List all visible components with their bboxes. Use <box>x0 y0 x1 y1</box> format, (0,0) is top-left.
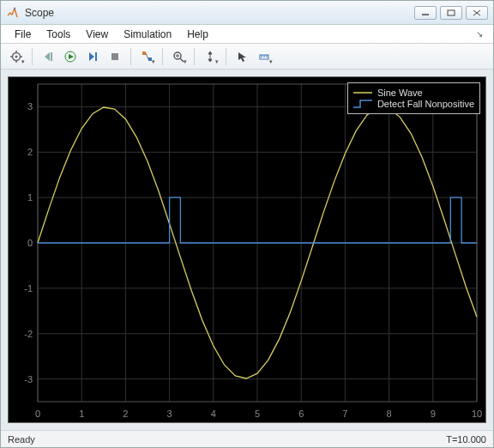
plot-area: 012345678910-3-2-10123 Sine Wave Detect … <box>1 70 493 430</box>
svg-marker-28 <box>238 52 246 62</box>
svg-rect-17 <box>111 53 118 60</box>
highlight-button[interactable]: ▾ <box>136 46 157 67</box>
menu-overflow-icon[interactable]: ↘ <box>473 29 486 39</box>
svg-text:9: 9 <box>431 409 436 419</box>
legend[interactable]: Sine Wave Detect Fall Nonpositive <box>347 82 480 114</box>
svg-marker-11 <box>45 52 50 61</box>
plot-canvas: 012345678910-3-2-10123 <box>9 77 485 422</box>
step-forward-button[interactable] <box>82 46 103 67</box>
config-button[interactable]: ▾ <box>6 46 27 67</box>
zoom-button[interactable]: ▾ <box>168 46 189 67</box>
step-forward-icon <box>87 51 99 63</box>
plot-frame[interactable]: 012345678910-3-2-10123 Sine Wave Detect … <box>8 76 486 423</box>
menubar: File Tools View Simulation Help ↘ <box>1 25 493 44</box>
svg-text:0: 0 <box>35 409 40 419</box>
svg-point-0 <box>14 8 15 9</box>
status-text: Ready <box>8 434 35 445</box>
menu-help[interactable]: Help <box>180 27 215 42</box>
status-time: T=10.000 <box>446 434 486 445</box>
svg-marker-14 <box>69 54 74 59</box>
legend-label: Sine Wave <box>377 88 423 98</box>
minimize-button[interactable] <box>414 6 437 20</box>
autoscale-button[interactable]: ▾ <box>200 46 220 67</box>
svg-marker-26 <box>208 51 212 54</box>
scale-axes-button[interactable] <box>232 46 252 67</box>
svg-text:4: 4 <box>211 409 216 419</box>
svg-line-20 <box>146 53 148 59</box>
toolbar-separator <box>162 48 163 65</box>
toolbar: ▾ ▾ ▾ ▾ <box>1 44 493 70</box>
svg-text:3: 3 <box>167 409 172 419</box>
menu-file[interactable]: File <box>8 27 38 42</box>
svg-rect-19 <box>148 58 152 61</box>
toolbar-separator <box>130 48 131 65</box>
svg-text:3: 3 <box>27 101 33 112</box>
svg-text:2: 2 <box>27 147 33 157</box>
legend-swatch-icon <box>353 100 372 108</box>
svg-text:-2: -2 <box>24 329 33 339</box>
svg-text:0: 0 <box>27 238 33 248</box>
titlebar: Scope <box>1 1 493 25</box>
cursor-icon <box>236 51 248 63</box>
legend-swatch-icon <box>353 88 372 97</box>
window-title: Scope <box>25 7 414 19</box>
legend-label: Detect Fall Nonpositive <box>377 99 474 109</box>
svg-rect-18 <box>142 51 146 55</box>
svg-marker-15 <box>89 52 94 61</box>
maximize-button[interactable] <box>440 6 462 20</box>
window-buttons <box>414 6 488 20</box>
svg-text:6: 6 <box>298 409 304 419</box>
legend-item-sine: Sine Wave <box>353 88 474 98</box>
play-icon <box>64 51 76 63</box>
svg-point-6 <box>15 55 18 58</box>
svg-marker-27 <box>208 59 212 62</box>
run-button[interactable] <box>60 46 81 67</box>
svg-text:-1: -1 <box>24 283 33 294</box>
measurements-button[interactable]: ▾ <box>254 46 274 67</box>
menu-simulation[interactable]: Simulation <box>117 27 178 42</box>
menu-view[interactable]: View <box>79 27 115 42</box>
stop-icon <box>109 51 121 63</box>
svg-text:2: 2 <box>123 409 128 419</box>
legend-item-detect: Detect Fall Nonpositive <box>353 99 474 109</box>
svg-text:8: 8 <box>387 409 392 419</box>
toolbar-separator <box>226 48 226 65</box>
close-button[interactable] <box>466 6 488 20</box>
svg-text:10: 10 <box>472 409 482 419</box>
statusbar: Ready T=10.000 <box>1 430 493 447</box>
step-back-icon <box>42 51 54 63</box>
menu-tools[interactable]: Tools <box>39 27 77 42</box>
ruler-icon <box>258 51 270 63</box>
svg-text:7: 7 <box>342 409 347 419</box>
svg-text:1: 1 <box>27 192 33 203</box>
stop-button[interactable] <box>105 46 125 67</box>
svg-text:-3: -3 <box>24 374 33 384</box>
step-back-button[interactable] <box>38 46 58 67</box>
svg-rect-2 <box>448 10 455 15</box>
toolbar-separator <box>32 48 33 65</box>
toolbar-separator <box>194 48 195 65</box>
svg-text:5: 5 <box>255 409 260 419</box>
zoom-icon <box>172 51 184 63</box>
scope-window: Scope File Tools View Simulation Help ↘ … <box>0 0 494 448</box>
matlab-icon <box>6 6 20 20</box>
svg-text:1: 1 <box>79 409 84 419</box>
arrows-icon <box>204 51 216 63</box>
